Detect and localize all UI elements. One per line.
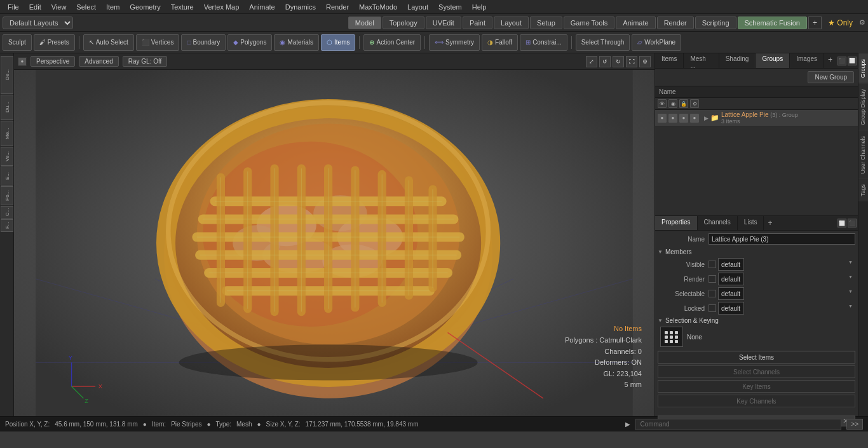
falloff-button[interactable]: ◑ Falloff: [482, 34, 518, 51]
auto-select-button[interactable]: ↖ Auto Select: [83, 34, 134, 51]
vertices-button[interactable]: ⬛ Vertices: [136, 34, 180, 51]
left-panel-btn-1[interactable]: De...: [1, 56, 13, 94]
constraints-button[interactable]: ⊞ Constrai...: [520, 34, 567, 51]
ray-gl-button[interactable]: Ray GL: Off: [123, 56, 168, 67]
tab-layout[interactable]: Layout: [494, 17, 529, 29]
tab-mesh[interactable]: Mesh ...: [684, 53, 719, 68]
visible-checkbox[interactable]: [709, 261, 716, 268]
panel-icon-2[interactable]: ⬜: [848, 57, 857, 65]
tab-setup[interactable]: Setup: [530, 17, 562, 29]
perspective-button[interactable]: Perspective: [31, 56, 75, 67]
command-input[interactable]: [635, 419, 841, 430]
vp-icon-1[interactable]: ⤢: [586, 56, 597, 67]
far-right-tab-group-display[interactable]: Group Display: [858, 83, 868, 130]
layout-dropdown[interactable]: Default Layouts: [3, 17, 73, 29]
eye-icon[interactable]: 👁: [658, 99, 667, 108]
left-panel-btn-7[interactable]: C...: [1, 206, 13, 219]
render-select[interactable]: default: [718, 273, 744, 285]
menu-file[interactable]: File: [3, 2, 24, 12]
group-settings-icon[interactable]: ●: [690, 114, 699, 123]
render-icon[interactable]: ◉: [668, 99, 677, 108]
locked-select[interactable]: default: [718, 302, 744, 315]
presets-button[interactable]: 🖌 Presets: [34, 34, 75, 51]
group-render-icon[interactable]: ●: [668, 114, 677, 123]
left-panel-btn-5[interactable]: E...: [1, 166, 13, 186]
far-right-tab-tags[interactable]: Tags: [858, 179, 868, 201]
add-prop-tab-button[interactable]: +: [764, 216, 776, 230]
key-items-button[interactable]: Key Items: [658, 380, 855, 393]
advanced-button[interactable]: Advanced: [79, 56, 118, 67]
boundary-button[interactable]: □ Boundary: [181, 34, 226, 51]
prop-icon-2[interactable]: ⬛: [848, 219, 857, 227]
select-items-button[interactable]: Select Items: [658, 351, 855, 363]
selectable-checkbox[interactable]: [709, 290, 716, 297]
tab-scripting[interactable]: Scripting: [695, 17, 736, 29]
selectable-select[interactable]: default: [718, 287, 744, 300]
prop-tab-properties[interactable]: Properties: [655, 216, 698, 230]
menu-help[interactable]: Help: [467, 2, 492, 12]
sculpt-button[interactable]: Sculpt: [3, 34, 32, 51]
left-panel-btn-8[interactable]: F...: [1, 219, 13, 232]
tab-uvedit[interactable]: UVEdit: [426, 17, 461, 29]
add-layout-button[interactable]: +: [808, 17, 822, 29]
vp-icon-3[interactable]: ↻: [613, 56, 624, 67]
prop-icon-1[interactable]: ⬜: [837, 219, 846, 227]
prop-tab-lists[interactable]: Lists: [738, 216, 764, 230]
tab-model[interactable]: Model: [348, 17, 381, 29]
menu-vertex-map[interactable]: Vertex Map: [199, 2, 245, 12]
group-eye-icon[interactable]: ●: [658, 114, 667, 123]
select-channels-button[interactable]: Select Channels: [658, 365, 855, 378]
polygons-button[interactable]: ◆ Polygons: [227, 34, 272, 51]
group-lock-icon[interactable]: ●: [679, 114, 688, 123]
menu-view[interactable]: View: [46, 2, 72, 12]
menu-dynamics[interactable]: Dynamics: [280, 2, 321, 12]
render-checkbox[interactable]: [709, 275, 716, 283]
tab-topology[interactable]: Topology: [383, 17, 424, 29]
key-channels-button[interactable]: Key Channels: [658, 395, 855, 407]
work-plane-button[interactable]: ▱ WorkPlane: [632, 34, 681, 51]
settings-icon[interactable]: ⚙: [690, 99, 699, 108]
viewport-canvas[interactable]: X Y Z No Items Polygons : Catmull-Clark …: [14, 70, 654, 416]
gear-icon[interactable]: ⚙: [859, 18, 865, 27]
symmetry-button[interactable]: ⟺ Symmetry: [429, 34, 480, 51]
tab-images[interactable]: Images: [790, 53, 824, 68]
new-group-button[interactable]: New Group: [808, 71, 854, 83]
vp-icon-2[interactable]: ↺: [599, 56, 611, 67]
add-panel-tab-button[interactable]: +: [824, 53, 836, 68]
locked-checkbox[interactable]: [709, 304, 716, 312]
menu-render[interactable]: Render: [321, 2, 354, 12]
left-panel-btn-2[interactable]: Du...: [1, 95, 13, 120]
menu-animate[interactable]: Animate: [244, 2, 280, 12]
menu-maxtomodo[interactable]: MaxToModo: [354, 2, 402, 12]
members-section[interactable]: Members: [658, 248, 855, 255]
star-only-button[interactable]: ★ Only: [824, 17, 857, 29]
vp-toggle[interactable]: ●: [18, 57, 27, 66]
panel-icon-1[interactable]: ⬛: [837, 57, 846, 65]
vp-icon-5[interactable]: ⚙: [639, 56, 651, 67]
items-button[interactable]: ⬡ Items: [321, 34, 355, 51]
vp-icon-4[interactable]: ⛶: [626, 56, 637, 67]
tab-render[interactable]: Render: [657, 17, 694, 29]
far-right-tab-groups[interactable]: Groups: [858, 53, 868, 83]
command-arrow-button[interactable]: >>: [846, 419, 863, 430]
visible-select[interactable]: default: [718, 258, 744, 271]
menu-select[interactable]: Select: [71, 2, 101, 12]
tab-shading[interactable]: Shading: [719, 53, 756, 68]
prop-tab-channels[interactable]: Channels: [698, 216, 738, 230]
action-center-button[interactable]: ⊕ Action Center: [363, 34, 421, 51]
menu-layout[interactable]: Layout: [402, 2, 433, 12]
menu-texture[interactable]: Texture: [166, 2, 199, 12]
select-through-button[interactable]: Select Through: [576, 34, 630, 51]
left-panel-btn-4[interactable]: Ve...: [1, 147, 13, 166]
far-right-tab-user-channels[interactable]: User Channels: [858, 130, 868, 179]
tab-groups[interactable]: Groups: [756, 53, 790, 68]
left-panel-btn-6[interactable]: Po...: [1, 186, 13, 205]
menu-item[interactable]: Item: [101, 2, 125, 12]
name-input[interactable]: [709, 233, 855, 245]
menu-geometry[interactable]: Geometry: [125, 2, 165, 12]
group-row[interactable]: ● ● ● ● ▶ 📁 Lattice Apple Pie (3) : Grou…: [655, 110, 858, 126]
sel-keying-section[interactable]: Selection & Keying: [658, 317, 855, 324]
materials-button[interactable]: ◉ Materials: [274, 34, 319, 51]
tab-items[interactable]: Items: [655, 53, 684, 68]
lock-icon[interactable]: 🔒: [679, 99, 688, 108]
